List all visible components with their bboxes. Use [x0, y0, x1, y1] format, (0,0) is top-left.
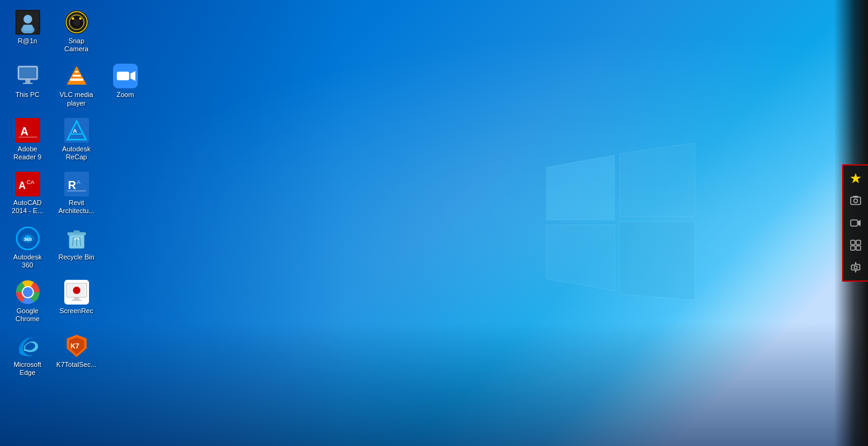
svg-rect-71 — [851, 246, 855, 250]
icon-row-4: 360 Autodesk 360 — [3, 222, 101, 273]
autocad-label: AutoCAD 2014 - E... — [7, 199, 48, 215]
revit-label: Revit Architectu... — [56, 199, 97, 215]
svg-text:R: R — [68, 179, 76, 191]
svg-rect-64 — [851, 197, 861, 204]
svg-point-57 — [73, 287, 80, 294]
autodesk-recap-icon: A — [64, 118, 89, 143]
svg-marker-2 — [547, 225, 615, 291]
icon-row-0: R@1n Sn — [3, 6, 101, 57]
desktop-icon-google-chrome[interactable]: Google Chrome — [4, 277, 51, 326]
toolbar-star-button[interactable] — [845, 168, 867, 189]
toolbar-settings-button[interactable] — [845, 257, 867, 278]
this-pc-icon — [15, 64, 40, 88]
k7-total-security-label: K7TotalSec... — [56, 361, 96, 369]
svg-point-14 — [79, 17, 82, 20]
svg-text:360: 360 — [23, 237, 32, 242]
icon-row-6: Microsoft Edge K7 K7TotalSec... — [3, 330, 101, 381]
svg-text:A: A — [77, 179, 80, 185]
zoom-label: Zoom — [116, 91, 134, 99]
desktop-icon-recycle-bin[interactable]: Recycle Bin — [53, 224, 100, 272]
svg-point-5 — [23, 15, 32, 23]
desktop-icon-k7-total-security[interactable]: K7 K7TotalSec... — [53, 331, 100, 379]
floor-gradient — [0, 322, 868, 446]
svg-rect-22 — [70, 78, 83, 81]
svg-point-73 — [854, 266, 857, 269]
desktop-icon-autodesk-360[interactable]: 360 Autodesk 360 — [4, 224, 51, 272]
toolbar-gallery-button[interactable] — [845, 235, 867, 256]
icon-row-3: A CA AutoCAD 2014 - E... R A Revit Archi… — [3, 168, 101, 219]
svg-text:A: A — [19, 180, 26, 191]
svg-marker-3 — [619, 222, 695, 300]
svg-point-53 — [23, 287, 33, 297]
user-profile-label: R@1n — [18, 37, 37, 45]
windows-logo — [528, 93, 713, 353]
adobe-reader-icon: A — [15, 118, 40, 143]
svg-text:A: A — [20, 125, 28, 138]
right-toolbar — [842, 164, 868, 282]
svg-text:A: A — [73, 128, 77, 134]
microsoft-edge-label: Microsoft Edge — [7, 361, 48, 377]
snap-camera-icon — [64, 10, 89, 35]
svg-marker-0 — [547, 155, 615, 220]
svg-rect-18 — [25, 80, 30, 83]
desktop-icon-autodesk-recap[interactable]: A Autodesk ReCap — [53, 116, 100, 164]
svg-rect-24 — [75, 71, 79, 73]
svg-rect-47 — [74, 230, 80, 234]
autodesk-360-icon: 360 — [15, 226, 40, 251]
microsoft-edge-icon — [15, 334, 40, 358]
desktop: R@1n Sn — [0, 0, 868, 446]
screenrec-label: ScreenRec — [59, 307, 93, 315]
svg-rect-66 — [853, 196, 858, 198]
toolbar-video-record-button[interactable] — [845, 212, 867, 234]
svg-rect-58 — [74, 297, 79, 300]
svg-rect-72 — [856, 246, 861, 250]
this-pc-label: This PC — [15, 91, 40, 99]
desktop-icon-this-pc[interactable]: This PC — [4, 61, 51, 109]
snap-camera-label: Snap Camera — [56, 37, 97, 53]
toolbar-screenshot-button[interactable] — [845, 190, 867, 211]
recycle-bin-label: Recycle Bin — [58, 253, 94, 261]
recycle-bin-icon — [64, 226, 89, 251]
google-chrome-icon — [15, 280, 40, 305]
desktop-icon-revit[interactable]: R A Revit Architectu... — [53, 169, 100, 217]
zoom-icon — [113, 64, 138, 88]
svg-rect-67 — [851, 220, 857, 226]
desktop-icon-user-profile[interactable]: R@1n — [4, 7, 51, 56]
desktop-icon-adobe-reader[interactable]: A Adobe Reader 9 — [4, 116, 51, 164]
adobe-reader-label: Adobe Reader 9 — [7, 145, 48, 161]
google-chrome-label: Google Chrome — [7, 307, 48, 323]
svg-rect-7 — [23, 25, 33, 31]
svg-rect-70 — [856, 240, 861, 245]
svg-rect-26 — [117, 72, 129, 80]
icon-row-2: A Adobe Reader 9 A Autodesk ReCa — [3, 114, 101, 165]
vlc-label: VLC media player — [56, 91, 97, 107]
svg-rect-40 — [67, 190, 86, 191]
desktop-icons-area: R@1n Sn — [0, 0, 124, 446]
svg-marker-63 — [851, 174, 861, 183]
icon-row-5: Google Chrome Screen — [3, 276, 101, 327]
icon-row-1: This PC VLC media player — [3, 60, 150, 111]
svg-rect-30 — [19, 137, 37, 138]
svg-rect-59 — [72, 300, 82, 301]
desktop-icon-microsoft-edge[interactable]: Microsoft Edge — [4, 331, 51, 379]
svg-point-65 — [854, 199, 857, 203]
svg-point-15 — [72, 17, 74, 20]
desktop-icon-screenrec[interactable]: ScreenRec — [53, 277, 100, 326]
svg-rect-17 — [19, 67, 36, 78]
autodesk-360-label: Autodesk 360 — [7, 253, 48, 269]
k7-icon: K7 — [64, 334, 89, 358]
desktop-icon-zoom[interactable]: Zoom — [102, 61, 148, 109]
desktop-icon-autocad[interactable]: A CA AutoCAD 2014 - E... — [4, 169, 51, 217]
svg-marker-1 — [619, 143, 695, 217]
svg-rect-19 — [23, 83, 33, 84]
revit-icon: R A — [64, 172, 89, 196]
desktop-icon-snap-camera[interactable]: Snap Camera — [53, 7, 100, 56]
autodesk-recap-label: Autodesk ReCap — [56, 145, 97, 161]
svg-marker-68 — [858, 220, 861, 226]
svg-rect-23 — [72, 75, 81, 77]
svg-text:CA: CA — [27, 179, 35, 185]
autocad-icon: A CA — [15, 172, 40, 196]
desktop-icon-vlc[interactable]: VLC media player — [53, 61, 100, 109]
vlc-icon — [64, 64, 89, 88]
svg-rect-69 — [851, 240, 855, 245]
